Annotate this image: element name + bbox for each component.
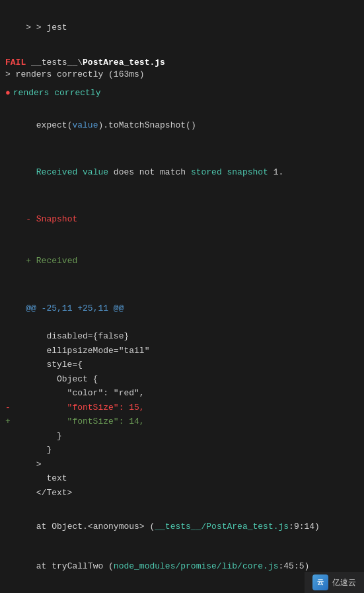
stack-loc-1: :9:14): [289, 522, 320, 532]
code-line-9: text: [0, 471, 364, 486]
expect-line: expect(value).toMatchSnapshot(): [0, 106, 364, 146]
minus-code-line: - "fontSize": 15,: [0, 401, 364, 415]
expect-suffix: ).toMatchSnapshot(): [98, 120, 196, 130]
jest-label: > jest: [36, 22, 67, 32]
terminal: > > jest FAIL __tests__\PostArea_test.js…: [0, 0, 364, 593]
file-path-prefix: __tests__\: [31, 58, 83, 67]
received-line: Received value does not match stored sna…: [0, 152, 364, 192]
stored-snapshot-text: stored snapshot: [191, 167, 268, 177]
plus-label: + Received: [26, 256, 77, 266]
received-value-text: Received value: [26, 167, 108, 177]
code-line-3: style={: [0, 358, 364, 372]
code-line-5: "color": "red",: [0, 386, 364, 401]
code-line-6: }: [0, 429, 364, 444]
diff-header-text: @@ -25,11 +25,11 @@: [26, 303, 124, 313]
expect-prefix: expect(: [26, 120, 72, 130]
code-line-7: }: [0, 443, 364, 457]
fail-line: FAIL __tests__\PostArea_test.js: [0, 56, 364, 69]
code-line-1: disabled={false}: [0, 329, 364, 344]
minus-label: - Snapshot: [26, 214, 77, 224]
test-name: renders correctly: [13, 88, 101, 98]
bottom-bar: 云 亿速云: [305, 572, 364, 593]
file-name: PostArea_test.js: [83, 58, 165, 67]
stack-at-1: at Object.<anonymous> (: [26, 522, 155, 532]
plus-code-line: + "fontSize": 14,: [0, 415, 364, 429]
arrow-icon: >: [26, 22, 36, 32]
suite-arrow: >: [5, 69, 16, 79]
test-name-line: ● renders correctly: [0, 87, 364, 99]
fail-icon: ●: [5, 88, 11, 98]
code-line-2: ellipsizeMode="tail": [0, 344, 364, 358]
diff-received-label: + Received: [0, 240, 364, 282]
test-suite-line: > renders correctly (163ms): [0, 69, 364, 80]
code-line-8: >: [0, 457, 364, 472]
code-line-4: Object {: [0, 372, 364, 387]
diff-snapshot-label: - Snapshot: [0, 199, 364, 241]
snapshot-num: 1.: [268, 167, 283, 177]
yun-icon: 云: [317, 578, 324, 587]
fail-label: FAIL: [5, 58, 26, 67]
stack-file-1: __tests__/PostArea_test.js: [155, 522, 289, 532]
diff-header-line: @@ -25,11 +25,11 @@: [0, 288, 364, 330]
yun-label: 亿速云: [332, 577, 356, 588]
jest-header: > > jest: [0, 5, 364, 50]
stack-file-2: node_modules/promise/lib/core.js: [114, 561, 279, 571]
code-line-10: </Text>: [0, 486, 364, 500]
value-keyword: value: [72, 120, 98, 130]
stack-loc-2: :45:5): [278, 561, 309, 571]
yun-logo: 云: [312, 574, 328, 590]
stack-trace-1: at Object.<anonymous> (__tests__/PostAre…: [0, 506, 364, 547]
test-suite-name: renders correctly (163ms): [16, 69, 145, 79]
stack-at-2: at tryCallTwo (: [26, 561, 114, 571]
does-not-match-text: does not match: [108, 167, 191, 177]
